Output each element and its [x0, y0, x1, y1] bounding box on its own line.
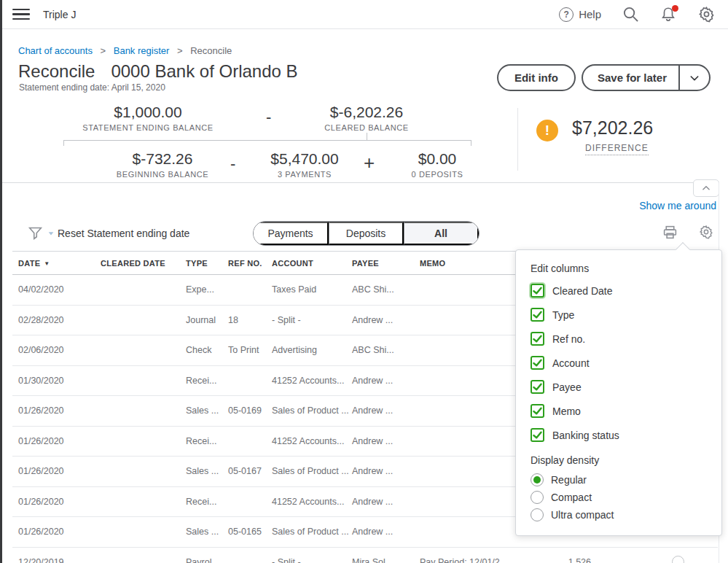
cleared-balance-amount: $-6,202.26 [286, 104, 447, 121]
payments-label: 3 PAYMENTS [243, 170, 367, 179]
checkbox-cleared-date[interactable]: Cleared Date [531, 283, 707, 298]
cell-date: 02/06/2020 [18, 345, 101, 355]
cell-type: Payrol [186, 557, 228, 563]
table-row[interactable]: 12/20/2019 Payrol - Split - Mira Sol Pay… [12, 548, 718, 563]
radio-regular[interactable]: Regular [531, 473, 707, 487]
statement-ending-label: STATEMENT ENDING BALANCE [53, 123, 243, 132]
company-name: Triple J [43, 9, 76, 20]
checkbox-checked-icon [531, 356, 544, 370]
edit-info-button[interactable]: Edit info [497, 64, 576, 91]
sort-desc-icon: ▼ [44, 260, 50, 267]
cell-payee: ABC Shi... [352, 345, 420, 355]
notifications-bell-icon[interactable] [659, 6, 677, 23]
tab-deposits[interactable]: Deposits [329, 222, 404, 245]
checkbox-checked-icon [531, 332, 544, 346]
display-density-label: Display density [531, 454, 707, 466]
cell-type: Expe... [186, 284, 228, 295]
payments-total: $5,470.00 3 PAYMENTS [243, 150, 367, 179]
cell-account: Taxes Paid [272, 284, 352, 295]
help-button[interactable]: ? Help [559, 7, 601, 22]
bracket-line [63, 140, 471, 146]
edit-columns-popover: Edit columns Cleared Date Type Ref no. A… [515, 249, 722, 536]
checkbox-checked-icon [531, 428, 544, 442]
checkbox-payee[interactable]: Payee [531, 379, 707, 395]
cell-ref-no: 05-0165 [228, 527, 272, 537]
collapse-summary-button[interactable] [693, 179, 719, 197]
cell-payee: ABC Shi... [352, 284, 420, 295]
save-for-later-button[interactable]: Save for later [582, 64, 711, 91]
cell-type: Sales ... [186, 405, 228, 416]
checkbox-banking-status[interactable]: Banking status [531, 427, 707, 443]
cell-date: 01/30/2020 [18, 376, 101, 386]
statement-ending-date: Statement ending date: April 15, 2020 [19, 82, 165, 93]
help-label: Help [579, 8, 601, 20]
breadcrumb-chart-of-accounts[interactable]: Chart of accounts [18, 45, 93, 56]
tab-all[interactable]: All [404, 222, 479, 245]
difference-link[interactable]: DIFFERENCE [585, 143, 649, 155]
cell-date: 01/26/2020 [18, 436, 101, 446]
minus-operator: - [266, 108, 271, 127]
cell-account: Sales of Product ... [272, 405, 352, 416]
chevron-down-icon[interactable] [680, 72, 709, 84]
cell-date: 02/28/2020 [18, 315, 101, 325]
column-header-account: ACCOUNT [272, 259, 352, 268]
cell-type: Recei... [186, 436, 228, 446]
checkbox-account[interactable]: Account [531, 355, 707, 370]
checkbox-checked-icon [531, 284, 544, 298]
popover-title: Edit columns [531, 263, 707, 274]
warning-icon: ! [536, 120, 558, 141]
tab-payments[interactable]: Payments [254, 222, 329, 245]
beginning-balance-amount: $-732.26 [90, 150, 235, 168]
cell-ref-no: 18 [228, 315, 272, 325]
minus-operator: - [230, 155, 235, 174]
breadcrumb-bank-register[interactable]: Bank register [114, 45, 170, 56]
filter-funnel-icon [28, 225, 43, 241]
cleared-status-circle[interactable] [672, 556, 684, 563]
cell-date: 01/26/2020 [18, 527, 101, 537]
cell-type: Check [186, 345, 228, 355]
search-icon[interactable] [622, 6, 639, 23]
checkbox-ref-no-[interactable]: Ref no. [531, 331, 707, 346]
breadcrumb-current: Reconcile [190, 45, 232, 56]
settings-gear-icon[interactable] [697, 6, 715, 23]
cell-payee: Andrew ... [352, 497, 420, 507]
cell-account: 41252 Accounts... [272, 497, 352, 507]
cell-account: Sales of Product ... [272, 527, 352, 537]
cell-type: Recei... [186, 376, 228, 386]
cell-payee: Mira Sol [352, 557, 420, 563]
difference-amount: $7,202.26 [572, 117, 653, 139]
table-settings-gear-icon[interactable] [697, 223, 715, 241]
density-radio-list: Regular Compact Ultra compact [531, 473, 707, 522]
cell-account: 41252 Accounts... [272, 436, 352, 446]
cell-type: Recei... [186, 497, 228, 507]
cell-account: - Split - [272, 315, 352, 325]
checkbox-memo[interactable]: Memo [531, 403, 707, 419]
radio-ultra-compact[interactable]: Ultra compact [531, 508, 707, 522]
cell-payee: Andrew ... [352, 376, 420, 386]
column-header-type: TYPE [186, 259, 228, 268]
checkbox-type[interactable]: Type [531, 307, 707, 322]
column-header-ref-no: REF NO. [228, 259, 272, 268]
top-bar: Triple J ? Help [2, 0, 728, 29]
radio-compact[interactable]: Compact [531, 490, 707, 505]
page-title: Reconcile [18, 61, 95, 82]
reset-statement-ending-date[interactable]: Reset Statement ending date [58, 228, 189, 239]
cleared-balance-label: CLEARED BALANCE [286, 123, 447, 132]
account-name: 0000 Bank of Orlando B [111, 61, 297, 82]
reconcile-summary: $1,000.00 STATEMENT ENDING BALANCE - $-6… [2, 99, 728, 177]
column-header-date[interactable]: DATE▼ [18, 259, 101, 268]
show-me-around-link[interactable]: Show me around [639, 200, 716, 211]
cell-payee: Andrew ... [352, 466, 420, 476]
nav-edge [0, 0, 2, 563]
cell-payee: Andrew ... [352, 436, 420, 446]
print-icon[interactable] [661, 223, 678, 241]
cell-date: 12/20/2019 [18, 557, 101, 563]
difference-divider [517, 108, 518, 171]
page-header: Chart of accounts > Bank register > Reco… [2, 30, 728, 99]
radio-icon [531, 491, 544, 504]
filter-button[interactable] [28, 225, 55, 241]
cell-type: Sales ... [186, 527, 228, 537]
cell-date: 01/26/2020 [18, 497, 101, 507]
beginning-balance: $-732.26 BEGINNING BALANCE [90, 150, 235, 179]
hamburger-menu-icon[interactable] [12, 6, 30, 23]
